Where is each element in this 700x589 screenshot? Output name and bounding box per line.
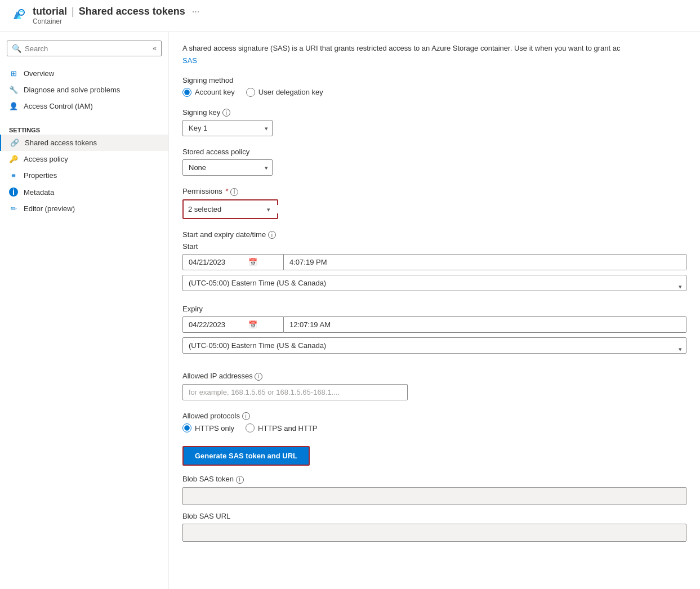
start-label: Start [182, 242, 686, 251]
https-http-radio-input[interactable] [246, 423, 255, 432]
diagnose-icon: 🔧 [9, 86, 18, 94]
blob-sas-token-section: Blob SAS token i [182, 475, 686, 505]
sidebar-item-access-control-label: Access Control (IAM) [24, 102, 93, 110]
allowed-protocols-label: Allowed protocols i [182, 412, 686, 421]
https-only-label: HTTPS only [195, 424, 234, 432]
https-only-radio-input[interactable] [182, 423, 191, 432]
start-datetime-group: 📅 [182, 254, 686, 270]
signing-key-select-wrapper: Key 1 Key 2 ▾ [182, 120, 273, 136]
protocols-radio-group: HTTPS only HTTPS and HTTP [182, 423, 686, 432]
sidebar-item-overview[interactable]: ⊞ Overview [0, 65, 168, 82]
user-delegation-key-radio-input[interactable] [246, 88, 255, 97]
generate-sas-button[interactable]: Generate SAS token and URL [184, 447, 309, 465]
allowed-ip-input[interactable] [182, 384, 408, 400]
sidebar-item-access-policy-label: Access policy [24, 155, 68, 163]
https-http-label: HTTPS and HTTP [258, 424, 317, 432]
expiry-timezone-wrapper: (UTC-05:00) Eastern Time (US & Canada) ▾ [182, 337, 686, 360]
access-policy-icon: 🔑 [9, 155, 18, 163]
editor-icon: ✏ [9, 204, 18, 213]
account-key-radio[interactable]: Account key [182, 88, 235, 97]
sas-link[interactable]: SAS [182, 56, 197, 65]
start-date-input[interactable] [189, 258, 245, 266]
search-box-container: 🔍 « [7, 41, 162, 56]
allowed-ip-section: Allowed IP addresses i [182, 372, 686, 400]
start-expiry-info-icon[interactable]: i [268, 231, 276, 239]
https-only-radio[interactable]: HTTPS only [182, 423, 234, 432]
stored-access-policy-label: Stored access policy [182, 148, 686, 156]
permissions-select[interactable]: 2 selected [188, 205, 278, 213]
permissions-label: Permissions * i [182, 187, 686, 196]
stored-access-policy-section: Stored access policy None ▾ [182, 148, 686, 176]
expiry-calendar-icon[interactable]: 📅 [248, 320, 257, 329]
permissions-required-star: * [225, 187, 228, 195]
sidebar-item-diagnose[interactable]: 🔧 Diagnose and solve problems [0, 82, 168, 98]
header-text-group: tutorial | Shared access tokens ··· Cont… [33, 6, 199, 25]
sidebar-item-access-control[interactable]: 👤 Access Control (IAM) [0, 98, 168, 114]
blob-sas-token-label: Blob SAS token i [182, 475, 686, 484]
permissions-section: Permissions * i 2 selected ▾ [182, 187, 686, 219]
shared-access-tokens-icon: 🔗 [10, 139, 19, 147]
settings-section: Settings 🔗 Shared access tokens 🔑 Access… [0, 119, 168, 221]
collapse-button[interactable]: « [153, 44, 157, 52]
start-date-input-wrapper: 📅 [182, 254, 284, 270]
blob-sas-url-section: Blob SAS URL [182, 512, 686, 542]
signing-key-section: Signing key i Key 1 Key 2 ▾ [182, 108, 686, 137]
sidebar-top-section: ⊞ Overview 🔧 Diagnose and solve problems… [0, 61, 168, 119]
properties-icon: ≡ [9, 171, 18, 180]
sidebar-item-metadata[interactable]: i Metadata [0, 184, 168, 200]
search-input[interactable] [25, 44, 149, 53]
main-content: A shared access signature (SAS) is a URI… [169, 32, 700, 589]
expiry-timezone-select[interactable]: (UTC-05:00) Eastern Time (US & Canada) [182, 337, 686, 354]
sidebar-item-overview-label: Overview [24, 69, 54, 78]
blob-sas-token-box [182, 487, 686, 505]
header-sub-label: Container [33, 17, 199, 25]
start-expiry-label: Start and expiry date/time i [182, 230, 686, 239]
generate-btn-wrapper: Generate SAS token and URL [182, 446, 310, 466]
blob-sas-token-info-icon[interactable]: i [236, 476, 244, 484]
expiry-label: Expiry [182, 305, 686, 313]
header-subtitle: Shared access tokens [79, 6, 185, 17]
start-expiry-section: Start and expiry date/time i Start 📅 (UT… [182, 230, 686, 361]
expiry-time-input[interactable] [289, 320, 680, 329]
stored-access-policy-select-wrapper: None ▾ [182, 159, 273, 176]
expiry-date-input-wrapper: 📅 [182, 316, 284, 333]
allowed-protocols-info-icon[interactable]: i [242, 412, 250, 420]
header-dots[interactable]: ··· [192, 7, 199, 17]
allowed-ip-info-icon[interactable]: i [255, 373, 262, 381]
signing-key-select[interactable]: Key 1 Key 2 [182, 120, 273, 136]
sidebar-item-diagnose-label: Diagnose and solve problems [24, 86, 120, 94]
start-calendar-icon[interactable]: 📅 [248, 258, 257, 266]
account-key-radio-input[interactable] [182, 88, 191, 97]
start-timezone-wrapper: (UTC-05:00) Eastern Time (US & Canada) ▾ [182, 275, 686, 298]
blob-sas-url-box [182, 524, 686, 542]
search-icon: 🔍 [12, 44, 21, 53]
expiry-datetime-group: 📅 [182, 316, 686, 333]
start-time-input[interactable] [289, 258, 680, 266]
permissions-dropdown-box: 2 selected ▾ [182, 199, 278, 219]
https-http-radio[interactable]: HTTPS and HTTP [246, 423, 317, 432]
settings-section-label: Settings [0, 123, 168, 135]
signing-method-section: Signing method Account key User delegati… [182, 76, 686, 97]
sidebar-item-metadata-label: Metadata [24, 188, 54, 197]
stored-access-policy-select[interactable]: None [182, 159, 273, 176]
sidebar: 🔍 « ⊞ Overview 🔧 Diagnose and solve prob… [0, 32, 169, 589]
account-key-label: Account key [195, 88, 235, 96]
signing-key-info-icon[interactable]: i [222, 109, 230, 117]
expiry-date-input[interactable] [189, 320, 245, 329]
permissions-info-icon[interactable]: i [230, 188, 238, 196]
access-control-icon: 👤 [9, 102, 18, 110]
sidebar-item-access-policy[interactable]: 🔑 Access policy [0, 151, 168, 167]
start-timezone-select[interactable]: (UTC-05:00) Eastern Time (US & Canada) [182, 275, 686, 291]
svg-point-1 [19, 10, 24, 15]
sidebar-item-properties-label: Properties [24, 171, 57, 180]
sidebar-item-editor[interactable]: ✏ Editor (preview) [0, 200, 168, 217]
signing-key-label: Signing key i [182, 108, 686, 117]
overview-icon: ⊞ [9, 69, 18, 78]
sidebar-item-shared-access-tokens-label: Shared access tokens [25, 139, 97, 147]
allowed-protocols-section: Allowed protocols i HTTPS only HTTPS and… [182, 412, 686, 433]
sidebar-item-properties[interactable]: ≡ Properties [0, 167, 168, 184]
expiry-time-input-wrapper [284, 316, 686, 333]
sidebar-item-shared-access-tokens[interactable]: 🔗 Shared access tokens [0, 135, 168, 151]
signing-method-radio-group: Account key User delegation key [182, 88, 686, 97]
user-delegation-key-radio[interactable]: User delegation key [246, 88, 323, 97]
